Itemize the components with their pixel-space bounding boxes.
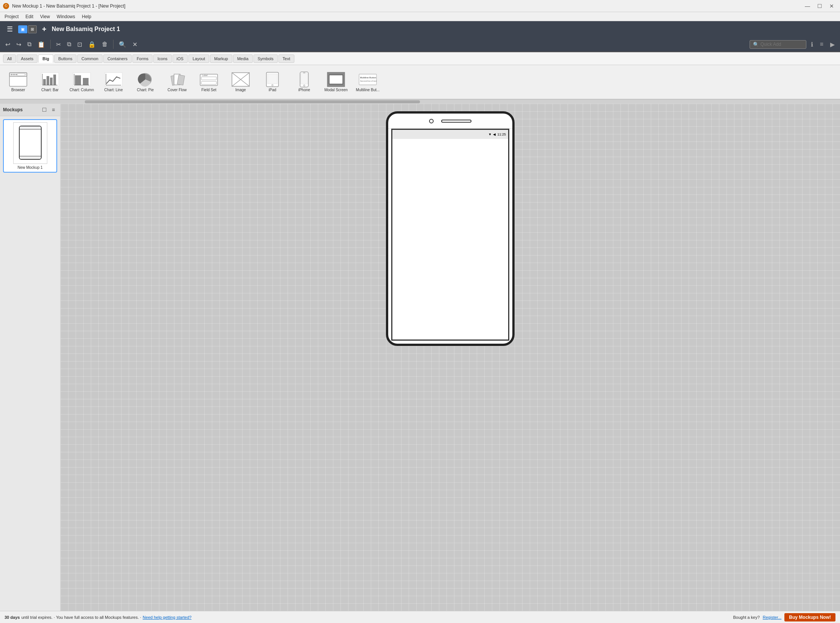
ipad-icon [263,72,282,87]
status-bar-right: Bought a key? Register... Buy Mockups No… [733,613,835,616]
phone-thumb-bottom [20,156,41,159]
modal-screen-icon [327,72,345,87]
menu-edit[interactable]: Edit [22,13,36,20]
svg-text:Label: Label [202,74,208,76]
svg-rect-40 [329,75,343,84]
bought-text: Bought a key? [733,615,759,616]
minimize-button[interactable]: — [802,1,813,11]
chart-line-icon [104,72,123,87]
single-view-button[interactable]: ▣ [18,25,27,33]
phone-status-bar: ▼ ◀ 11:25 [392,130,508,139]
component-chart-pie[interactable]: Chart: Pie [130,67,160,97]
lock-button[interactable]: 🔒 [86,39,98,50]
component-chart-bar[interactable]: Chart: Bar [35,67,65,97]
replace-button[interactable]: ✕ [130,39,140,50]
component-cover-flow[interactable]: Cover Flow [162,67,192,97]
component-iphone[interactable]: iPhone [289,67,319,97]
sidebar-menu[interactable]: ≡ [50,106,57,114]
cover-flow-label: Cover Flow [168,88,187,92]
component-multiline-button[interactable]: Multiline Button Second line of text Mul… [353,67,383,97]
group-button[interactable]: ⊡ [75,39,84,50]
buy-button[interactable]: Buy Mockups Now! [784,613,835,616]
mockup-thumbnail [13,122,47,164]
phone-screen: ▼ ◀ 11:25 [391,129,509,341]
tab-assets[interactable]: Assets [17,55,37,63]
browser-label: Browser [11,88,25,92]
list-button[interactable]: ≡ [818,39,826,49]
paste-button[interactable]: 📋 [35,39,47,50]
modal-screen-label: Modal Screen [324,88,348,92]
sidebar-view-toggle[interactable]: ☐ [40,106,48,114]
svg-text:Multiline Button: Multiline Button [360,76,376,79]
component-field-set[interactable]: Label Field Set [194,67,224,97]
cover-flow-icon [168,72,186,87]
undo-button[interactable]: ↩ [3,39,12,50]
image-label: Image [235,88,246,92]
tab-big[interactable]: Big [38,55,53,63]
svg-text:Second line of text: Second line of text [360,80,377,82]
svg-rect-10 [53,75,56,85]
close-button[interactable]: ✕ [826,1,837,11]
tab-layout[interactable]: Layout [188,55,209,63]
tab-symbols[interactable]: Symbols [254,55,278,63]
hamburger-button[interactable]: ☰ [5,23,15,35]
find-button[interactable]: 🔍 [117,39,129,50]
duplicate-button[interactable]: ⧉ [65,39,73,49]
tab-containers[interactable]: Containers [103,55,132,63]
menu-project[interactable]: Project [2,13,22,20]
component-image[interactable]: Image [226,67,256,97]
menu-windows[interactable]: Windows [54,13,78,20]
quick-add-input[interactable] [761,42,803,47]
component-chart-column[interactable]: Chart: Column [67,67,97,97]
view-buttons: ▣ ⊞ [18,25,37,33]
tab-buttons[interactable]: Buttons [54,55,76,63]
component-strip-scrollbar[interactable] [0,99,840,104]
help-link[interactable]: Need help getting started? [143,615,191,616]
menu-bar: Project Edit View Windows Help [0,12,840,21]
phone-thumbnail [19,126,42,160]
copy-button[interactable]: ⧉ [25,39,34,49]
menu-help[interactable]: Help [79,13,95,20]
component-chart-line[interactable]: Chart: Line [98,67,129,97]
tab-markup[interactable]: Markup [210,55,232,63]
component-browser[interactable]: Browser [3,67,33,97]
redo-button[interactable]: ↪ [14,39,23,50]
canvas-area[interactable]: ▼ ◀ 11:25 [61,104,840,615]
sidebar-header: Mockups ☐ ≡ [0,104,60,116]
tab-all[interactable]: All [3,55,16,63]
mockup-item-0[interactable]: New Mockup 1 [3,119,57,173]
register-link[interactable]: Register... [763,615,782,616]
info-button[interactable]: ℹ [809,39,815,50]
chart-column-label: Chart: Column [70,88,94,92]
tab-media[interactable]: Media [233,55,253,63]
grid-view-button[interactable]: ⊞ [28,25,37,33]
trash-button[interactable]: 🗑 [100,39,110,49]
maximize-button[interactable]: ☐ [814,1,825,11]
tab-forms[interactable]: Forms [132,55,152,63]
play-button[interactable]: ▶ [828,39,837,50]
add-mockup-button[interactable]: + [40,23,49,35]
tab-ios[interactable]: iOS [173,55,188,63]
cut-button[interactable]: ✂ [54,39,63,50]
svg-point-3 [13,74,15,75]
menu-view[interactable]: View [37,13,53,20]
app-icon: © [3,3,9,9]
tab-common[interactable]: Common [77,55,103,63]
phone-mockup: ▼ ◀ 11:25 [386,111,515,346]
quick-add-box[interactable]: 🔍 [750,40,806,49]
tab-icons[interactable]: Icons [153,55,171,63]
tab-text[interactable]: Text [278,55,294,63]
title-bar-text: New Mockup 1 - New Balsamiq Project 1 - … [12,3,125,9]
signal-icon: ◀ [493,132,496,136]
svg-rect-5 [17,73,25,76]
svg-rect-9 [50,78,53,85]
multiline-button-icon: Multiline Button Second line of text [359,72,377,87]
status-bar-left: 30 days until trial expires. · You have … [5,615,191,616]
component-strip: Browser Chart: Bar [0,65,840,99]
component-modal-screen[interactable]: Modal Screen [321,67,351,97]
svg-point-4 [16,74,17,75]
multiline-button-label: Multiline But... [356,88,380,92]
ipad-label: iPad [269,88,276,92]
component-ipad[interactable]: iPad [257,67,288,97]
svg-rect-33 [268,74,277,84]
